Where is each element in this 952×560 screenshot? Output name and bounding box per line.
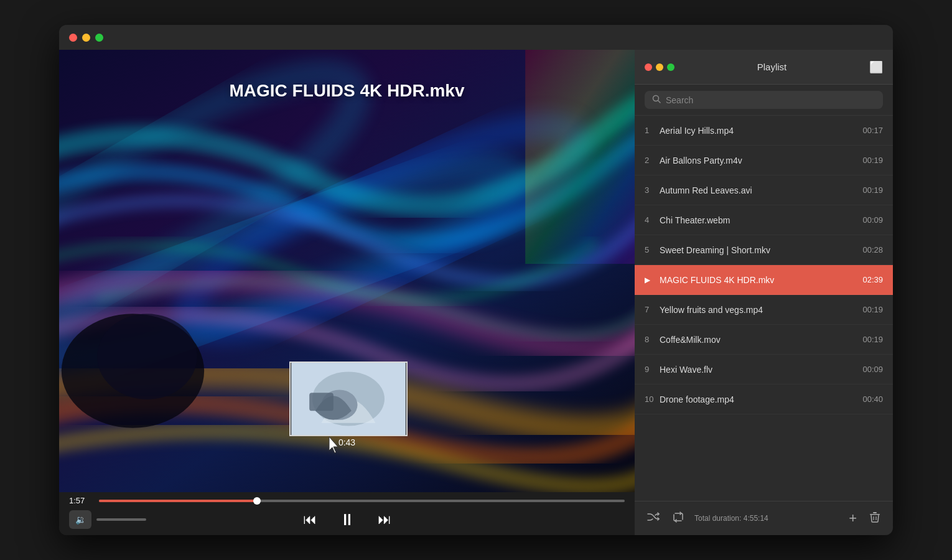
item-number: 10	[645, 394, 660, 404]
current-time: 1:57	[69, 496, 91, 505]
prev-button[interactable]: ⏮	[299, 508, 321, 531]
svg-line-12	[658, 101, 661, 103]
playlist-items: 1 Aerial Icy Hills.mp4 00:17 2 Air Ballo…	[635, 116, 893, 501]
item-name: Hexi Wave.flv	[660, 365, 857, 375]
playlist-item[interactable]: ▶ MAGIC FLUIDS 4K HDR.mkv 02:39	[635, 265, 893, 295]
search-bar	[635, 85, 893, 116]
playlist-item[interactable]: 2 Air Ballons Party.m4v 00:19	[635, 146, 893, 175]
item-number: 1	[645, 126, 660, 135]
minimize-button[interactable]	[82, 34, 90, 42]
item-number: 7	[645, 305, 660, 314]
thumbnail-preview	[289, 362, 408, 436]
next-button[interactable]: ⏭	[373, 508, 396, 531]
item-name: Yellow fruits and vegs.mp4	[660, 305, 857, 315]
item-name: Air Ballons Party.m4v	[660, 156, 857, 166]
item-name: Autumn Red Leaves.avi	[660, 185, 857, 195]
volume-button[interactable]: 🔉	[69, 510, 91, 529]
item-number: 2	[645, 156, 660, 165]
traffic-lights	[69, 34, 103, 42]
svg-rect-14	[873, 512, 877, 513]
playlist-item[interactable]: 9 Hexi Wave.flv 00:09	[635, 355, 893, 385]
scrubber-track[interactable]	[99, 500, 625, 502]
scrubber-container: 1:57	[69, 496, 625, 505]
item-duration: 00:40	[862, 394, 883, 404]
svg-rect-13	[870, 514, 880, 515]
remove-button[interactable]	[867, 509, 883, 528]
playlist-item[interactable]: 5 Sweet Dreaming | Short.mkv 00:28	[635, 235, 893, 265]
item-duration: 00:19	[862, 185, 883, 195]
item-duration: 02:39	[862, 275, 883, 284]
add-button[interactable]: +	[846, 508, 859, 529]
scrubber-fill	[99, 500, 257, 502]
item-name: Drone footage.mp4	[660, 394, 857, 404]
playlist-item[interactable]: 7 Yellow fruits and vegs.mp4 00:19	[635, 295, 893, 325]
pause-button[interactable]: ⏸	[336, 508, 358, 531]
item-number: 9	[645, 365, 660, 374]
playlist-item[interactable]: 8 Coffe&Milk.mov 00:19	[635, 325, 893, 355]
volume-slider[interactable]	[96, 518, 146, 521]
item-duration: 00:19	[862, 156, 883, 165]
item-duration: 00:09	[862, 215, 883, 225]
item-name: Coffe&Milk.mov	[660, 335, 857, 345]
video-display[interactable]: MAGIC FLUIDS 4K HDR.mkv 0:43	[59, 50, 635, 492]
close-button[interactable]	[69, 34, 77, 42]
item-name: Sweet Dreaming | Short.mkv	[660, 245, 857, 255]
item-duration: 00:17	[862, 126, 883, 135]
item-number: 5	[645, 245, 660, 254]
total-duration: Total duration: 4:55:14	[694, 514, 839, 523]
chat-icon[interactable]: ⬜	[869, 60, 883, 74]
playlist-item[interactable]: 4 Chi Theater.webm 00:09	[635, 205, 893, 235]
item-number: 3	[645, 185, 660, 195]
volume-section: 🔉	[69, 510, 146, 529]
svg-rect-10	[309, 393, 334, 411]
playlist-maximize-button[interactable]	[667, 63, 674, 71]
item-duration: 00:28	[862, 245, 883, 254]
playlist-item[interactable]: 1 Aerial Icy Hills.mp4 00:17	[635, 116, 893, 146]
item-number: 4	[645, 215, 660, 225]
playlist-close-button[interactable]	[645, 63, 652, 71]
svg-point-6	[97, 314, 197, 399]
repeat-button[interactable]	[670, 509, 687, 528]
main-content: MAGIC FLUIDS 4K HDR.mkv 0:43	[59, 50, 893, 535]
playlist-minimize-button[interactable]	[656, 63, 663, 71]
bottom-controls: 🔉 ⏮ ⏸ ⏭	[69, 510, 625, 529]
item-name: Aerial Icy Hills.mp4	[660, 126, 857, 136]
title-bar	[59, 25, 893, 50]
video-area: MAGIC FLUIDS 4K HDR.mkv 0:43	[59, 50, 635, 535]
play-icon: ▶	[645, 276, 660, 284]
time-tooltip: 0:43	[338, 437, 355, 447]
item-number: 8	[645, 335, 660, 344]
item-duration: 00:19	[862, 335, 883, 344]
app-window: MAGIC FLUIDS 4K HDR.mkv 0:43	[59, 25, 893, 535]
playlist-item[interactable]: 3 Autumn Red Leaves.avi 00:19	[635, 175, 893, 205]
playlist-header: Playlist ⬜	[635, 50, 893, 85]
maximize-button[interactable]	[95, 34, 103, 42]
video-title: MAGIC FLUIDS 4K HDR.mkv	[59, 81, 635, 101]
playback-controls: ⏮ ⏸ ⏭	[299, 508, 396, 531]
item-duration: 00:09	[862, 365, 883, 374]
search-icon	[652, 95, 661, 105]
controls-bar: 1:57 🔉 ⏮ ⏸ ⏭	[59, 492, 635, 535]
item-duration: 00:19	[862, 305, 883, 314]
playlist-title: Playlist	[757, 62, 787, 72]
scrubber-thumb	[253, 497, 261, 505]
playlist-item[interactable]: 10 Drone footage.mp4 00:40	[635, 385, 893, 414]
item-name: MAGIC FLUIDS 4K HDR.mkv	[660, 275, 857, 285]
item-name: Chi Theater.webm	[660, 215, 857, 225]
playlist-panel: Playlist ⬜ 1 Aeria	[635, 50, 893, 535]
search-input[interactable]	[666, 95, 875, 105]
playlist-footer: Total duration: 4:55:14 +	[635, 501, 893, 535]
shuffle-button[interactable]	[645, 509, 662, 528]
playlist-traffic-lights	[645, 63, 674, 71]
search-wrapper	[645, 91, 883, 109]
